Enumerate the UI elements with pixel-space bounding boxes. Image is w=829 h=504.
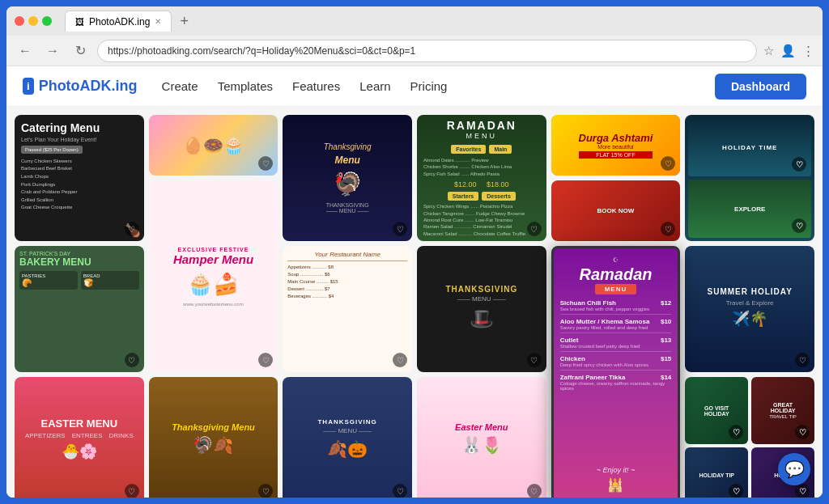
new-tab-button[interactable]: +	[175, 13, 193, 30]
nav-templates[interactable]: Templates	[218, 79, 273, 93]
address-icons: ☆ 👤 ⋮	[763, 44, 814, 58]
chat-button[interactable]: 💬	[778, 453, 810, 485]
holiday-time-card[interactable]: HOLIDAY TIME ♡	[688, 118, 811, 176]
favorite-badge-10[interactable]: ♡	[527, 353, 542, 367]
ramadan-featured-card[interactable]: ☪ Ramadan MENU Sichuan Chili Fish$12 Sea…	[551, 246, 681, 498]
active-tab[interactable]: 🖼 PhotoADK.ing ✕	[65, 11, 172, 32]
summer-holiday-label: SUMMER HOLIDAY	[708, 287, 793, 296]
favorite-badge-17[interactable]: ♡	[527, 484, 542, 498]
red-holiday-card[interactable]: BOOK NOW ♡	[551, 180, 681, 241]
chat-icon: 💬	[784, 460, 805, 479]
tab-area: 🖼 PhotoADK.ing ✕ +	[65, 11, 193, 32]
fav-6a[interactable]: ♡	[792, 157, 806, 172]
tab-label: PhotoADK.ing	[89, 16, 150, 28]
thanksgiving-turkey-card[interactable]: Thanksgiving Menu 🦃 THANKSGIVING—— MENU …	[283, 115, 412, 241]
content-area: Catering Menu Let's Plan Your Holiday Ev…	[6, 107, 823, 498]
explore-card[interactable]: EXPLORE ♡	[688, 180, 811, 238]
holiday-time-cards: HOLIDAY TIME ♡ EXPLORE ♡	[685, 115, 814, 241]
refresh-button[interactable]: ↻	[70, 40, 91, 61]
catering-subtitle: Let's Plan Your Holiday Event!	[21, 137, 138, 142]
catering-price: Passed ($25 Per Dozen)	[21, 146, 83, 154]
bottom-right-card-2[interactable]: GREATHOLIDAYTRAVEL TIP ♡	[751, 377, 814, 444]
ramadan-main-subtitle: MENU	[466, 132, 498, 140]
nav-features[interactable]: Features	[292, 79, 340, 93]
nav-bar: i PhotoADK.ing Create Templates Features…	[6, 66, 823, 107]
logo-icon: i	[23, 78, 34, 95]
traffic-lights	[15, 16, 52, 26]
thanks-pilgrim-card[interactable]: THANKSGIVING —— MENU —— 🍂🎃 ♡	[283, 377, 412, 498]
bakery-menu-card[interactable]: ST. PATRICK'S DAY BAKERY MENU PASTRIES🥐 …	[15, 246, 144, 372]
hamper-title: Hamper Menu	[173, 252, 253, 267]
back-button[interactable]: ←	[15, 40, 36, 61]
minimize-button[interactable]	[28, 16, 38, 26]
durga-title: Durga Ashtami	[579, 132, 653, 144]
hamper-menu-card[interactable]: EXCLUSIVE FESTIVE Hamper Menu 🧁🍰 www.you…	[149, 180, 278, 372]
catering-title: Catering Menu	[21, 121, 138, 135]
hamper-exclusive: EXCLUSIVE FESTIVE	[178, 247, 249, 252]
favorite-badge-14[interactable]: ♡	[125, 484, 139, 498]
address-bar: ← → ↻ https://photoadking.com/search/?q=…	[6, 36, 823, 66]
fav-19c[interactable]: ♡	[729, 484, 743, 498]
colorful-card[interactable]: 🥚🍩🧁 ♡	[149, 115, 278, 176]
ramadan-featured-title: Ramadan	[579, 265, 652, 284]
easter-pink-card[interactable]: Easter Menu 🐰🌷 ♡	[417, 377, 546, 498]
restaurant-menu-card[interactable]: Your Restaurant Name Appetizers ........…	[283, 246, 412, 372]
bottom-right-card-3[interactable]: HOLIDAY TIP ♡	[685, 447, 748, 498]
tab-close-icon[interactable]: ✕	[155, 17, 161, 26]
more-icon[interactable]: ⋮	[802, 44, 814, 58]
thanksgiving-menu-label: Thanksgiving Menu	[172, 422, 255, 432]
thanksgiving-warm-card[interactable]: Thanksgiving Menu 🦃🍂 ♡	[149, 377, 278, 498]
catering-menu-card[interactable]: Catering Menu Let's Plan Your Holiday Ev…	[15, 115, 144, 241]
favorite-badge-3[interactable]: ♡	[393, 222, 407, 236]
ramadan-menu-card[interactable]: RAMADAN MENU Favorites Main Almond Dates…	[417, 115, 546, 241]
logo[interactable]: i PhotoADK.ing	[23, 78, 138, 95]
favorite-badge-9[interactable]: ♡	[393, 353, 407, 367]
nav-links: Create Templates Features Learn Pricing	[162, 79, 715, 93]
easter-title: EASTER MENU	[41, 417, 118, 430]
star-icon[interactable]: ☆	[763, 44, 774, 58]
durga-ashtami-card[interactable]: Durga Ashtami More beautiful FLAT 15% OF…	[551, 115, 681, 176]
fav-19d[interactable]: ♡	[795, 484, 810, 498]
url-text: https://photoadking.com/search/?q=Holida…	[108, 45, 415, 57]
profile-icon[interactable]: 👤	[780, 44, 796, 58]
favorite-badge-7[interactable]: ♡	[125, 353, 139, 367]
bakery-title: BAKERY MENU	[19, 256, 139, 268]
fav-6b[interactable]: ♡	[792, 218, 806, 233]
template-grid: Catering Menu Let's Plan Your Holiday Ev…	[15, 115, 814, 498]
favorite-badge-4[interactable]: ♡	[527, 222, 542, 236]
logo-text: PhotoADK.ing	[39, 78, 138, 95]
ramadan-enjoy: ~ Enjoy it! ~	[597, 466, 636, 474]
fav-19a[interactable]: ♡	[729, 425, 743, 439]
dark-thanksgiving-card[interactable]: THANKSGIVING —— MENU —— 🎩 ♡	[417, 246, 546, 372]
nav-pricing[interactable]: Pricing	[410, 79, 448, 93]
favorite-badge-1[interactable]: ♡	[125, 222, 139, 236]
close-button[interactable]	[15, 16, 24, 26]
forward-button[interactable]: →	[42, 40, 63, 61]
favorite-badge-16[interactable]: ♡	[393, 484, 407, 498]
maximize-button[interactable]	[42, 16, 52, 26]
tab-favicon: 🖼	[75, 17, 84, 27]
favorite-badge-12[interactable]: ♡	[795, 353, 810, 367]
url-bar[interactable]: https://photoadking.com/search/?q=Holida…	[97, 40, 757, 62]
easter-menu-card[interactable]: EASTER MENU APPETIZERS ENTREES DRINKS 🐣🌸…	[15, 377, 144, 498]
dashboard-button[interactable]: Dashboard	[715, 74, 806, 100]
nav-learn[interactable]: Learn	[359, 79, 390, 93]
favorite-badge-15[interactable]: ♡	[258, 484, 273, 498]
title-bar: 🖼 PhotoADK.ing ✕ +	[6, 6, 823, 36]
bottom-right-card-1[interactable]: GO VISITHOLIDAY ♡	[685, 377, 748, 444]
catering-items: Curry Chicken Skewers Barbecued Beef Bri…	[21, 158, 138, 212]
summer-holiday-card[interactable]: SUMMER HOLIDAY Travel & Explore ✈️🌴 ♡	[685, 246, 814, 372]
nav-create[interactable]: Create	[162, 79, 198, 93]
ramadan-main-title: RAMADAN	[447, 119, 517, 132]
fav-19b[interactable]: ♡	[795, 425, 810, 439]
content-wrapper: Catering Menu Let's Plan Your Holiday Ev…	[6, 107, 823, 498]
ramadan-featured-menu: MENU	[595, 284, 637, 294]
